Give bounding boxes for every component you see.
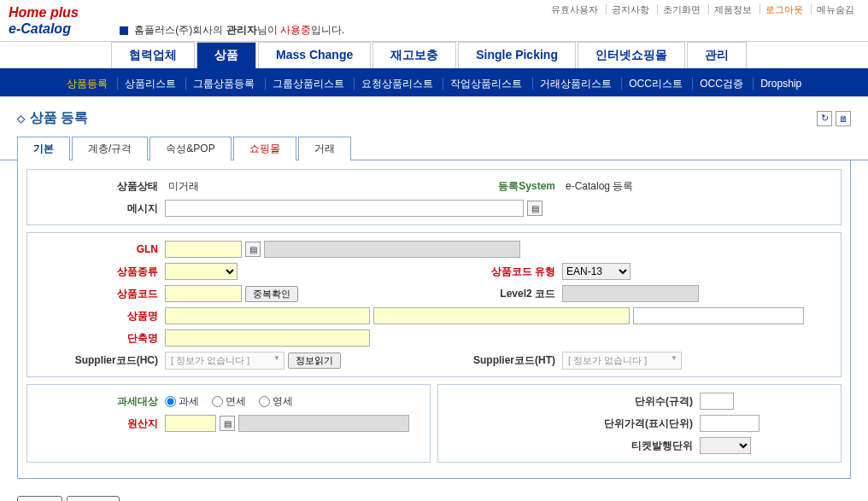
logo: Home plus e-Catalog xyxy=(0,0,111,41)
value-status: 미거래 xyxy=(165,179,434,194)
subnav-grouplist[interactable]: 그룹상품리스트 xyxy=(265,78,351,90)
square-icon xyxy=(120,26,128,35)
nav-admin[interactable]: 관리 xyxy=(687,42,747,68)
tab-spec[interactable]: 계층/규격 xyxy=(72,137,148,160)
label-system: 등록System xyxy=(434,179,562,194)
tab-shopping[interactable]: 쇼핑몰 xyxy=(233,137,296,160)
main-nav: 협력업체 상품 Mass Change 재고보충 Single Picking … xyxy=(0,42,868,72)
input-gln-name xyxy=(264,241,520,258)
label-codetype: 상품코드 유형 xyxy=(434,265,562,279)
radio-tax3[interactable]: 영세 xyxy=(259,394,293,409)
label-ticket: 티켓발행단위 xyxy=(443,439,700,453)
link-notice[interactable]: 공지사항 xyxy=(606,4,654,15)
label-name: 상품명 xyxy=(32,309,165,323)
label-short: 단축명 xyxy=(32,331,165,346)
label-type: 상품종류 xyxy=(32,265,165,279)
nav-shopping[interactable]: 인터넷쇼핑몰 xyxy=(578,42,685,68)
label-code: 상품코드 xyxy=(32,287,165,301)
nav-partner[interactable]: 협력업체 xyxy=(111,42,195,68)
note-icon[interactable]: ▤ xyxy=(527,201,542,216)
input-message[interactable] xyxy=(165,200,524,217)
tab-pop[interactable]: 속성&POP xyxy=(150,137,231,160)
nav-product[interactable]: 상품 xyxy=(196,42,256,68)
page-title: 상품 등록 xyxy=(17,109,88,127)
subnav-list[interactable]: 상품리스트 xyxy=(117,78,183,90)
select-ticket[interactable] xyxy=(700,437,751,454)
link-productinfo[interactable]: 제품정보 xyxy=(708,4,757,15)
sub-nav: 상품등록 상품리스트 그룹상품등록 그룹상품리스트 요청상품리스트 작업상품리스… xyxy=(0,72,868,96)
dd-supplierht[interactable]: [ 정보가 없습니다 ] xyxy=(562,352,682,370)
radio-tax2[interactable]: 면세 xyxy=(212,394,246,409)
input-gln[interactable] xyxy=(165,241,242,258)
select-type[interactable] xyxy=(165,263,238,280)
link-logout[interactable]: 로그아웃 xyxy=(760,4,808,15)
tabs: 기본 계층/규격 속성&POP 쇼핑몰 거래 xyxy=(0,136,868,160)
link-home[interactable]: 초기화면 xyxy=(657,4,706,15)
dd-supplierhc[interactable]: [ 정보가 없습니다 ] xyxy=(165,352,284,370)
btn-dupcheck[interactable]: 중복확인 xyxy=(245,286,298,302)
subnav-occlist[interactable]: OCC리스트 xyxy=(621,78,689,90)
tab-basic[interactable]: 기본 xyxy=(17,137,70,160)
btn-reset[interactable]: 재설정 xyxy=(67,496,120,501)
link-hidemenu[interactable]: 메뉴숨김 xyxy=(811,4,859,15)
print-icon[interactable]: 🗎 xyxy=(836,111,851,126)
logo-line1: Home plus xyxy=(9,4,103,20)
btn-save[interactable]: 저 장 xyxy=(17,496,62,501)
label-unitcount: 단위수(규격) xyxy=(443,394,700,409)
nav-masschange[interactable]: Mass Change xyxy=(258,42,371,68)
input-name3[interactable] xyxy=(633,307,804,324)
logo-line2: e-Catalog xyxy=(9,20,103,37)
input-unitprice[interactable] xyxy=(700,415,760,432)
input-unitcount[interactable] xyxy=(700,393,734,410)
link-validuser[interactable]: 유효사용자 xyxy=(546,4,603,15)
subnav-groupreg[interactable]: 그룹상품등록 xyxy=(185,78,261,90)
input-name1[interactable] xyxy=(165,307,370,324)
nav-picking[interactable]: Single Picking xyxy=(458,42,576,68)
btn-infoload[interactable]: 정보읽기 xyxy=(288,352,341,369)
section-tax: 과세대상 과세 면세 영세 원산지 ▤ xyxy=(26,384,431,463)
label-origin: 원산지 xyxy=(32,417,165,431)
search-gln-icon[interactable]: ▤ xyxy=(245,242,261,257)
tab-trade[interactable]: 거래 xyxy=(298,137,351,160)
subnav-dropship[interactable]: Dropship xyxy=(753,78,808,90)
input-level2 xyxy=(562,285,699,302)
label-status: 상품상태 xyxy=(32,179,165,194)
subnav-worklist[interactable]: 작업상품리스트 xyxy=(443,78,529,90)
section-status: 상품상태 미거래 등록System e-Catalog 등록 메시지 ▤ xyxy=(26,169,842,225)
input-origin[interactable] xyxy=(165,415,216,432)
section-unit: 단위수(규격) 단위가격(표시단위) 티켓발행단위 xyxy=(437,384,842,463)
value-system: e-Catalog 등록 xyxy=(562,179,836,194)
label-tax: 과세대상 xyxy=(32,394,165,409)
label-message: 메시지 xyxy=(32,201,165,216)
subnav-occverify[interactable]: OCC검증 xyxy=(692,78,750,90)
input-origin-name xyxy=(238,415,409,432)
section-code: GLN ▤ 상품종류 상품코드 유형 EAN-1 xyxy=(26,232,842,377)
input-name2[interactable] xyxy=(373,307,630,324)
label-unitprice: 단위가격(표시단위) xyxy=(443,417,700,431)
label-supplierhc: Supplier코드(HC) xyxy=(32,353,165,368)
top-links: 유효사용자 공지사항 초기화면 제품정보 로그아웃 메뉴숨김 xyxy=(111,0,868,20)
input-short[interactable] xyxy=(165,329,370,347)
label-gln: GLN xyxy=(32,243,165,255)
radio-tax1[interactable]: 과세 xyxy=(165,394,199,409)
nav-stock[interactable]: 재고보충 xyxy=(372,42,456,68)
input-code[interactable] xyxy=(165,285,242,302)
subnav-register[interactable]: 상품등록 xyxy=(60,78,114,90)
company-line: 홈플러스(주)회사의 관리자님이 사용중입니다. xyxy=(111,20,868,41)
label-level2: Level2 코드 xyxy=(434,287,562,301)
refresh-icon[interactable]: ↻ xyxy=(817,111,832,126)
subnav-reqlist[interactable]: 요청상품리스트 xyxy=(354,78,440,90)
label-supplierht: Supplier코드(HT) xyxy=(434,353,562,368)
search-origin-icon[interactable]: ▤ xyxy=(220,416,235,431)
select-codetype[interactable]: EAN-13 xyxy=(562,263,630,280)
subnav-tradelist[interactable]: 거래상품리스트 xyxy=(532,78,619,90)
